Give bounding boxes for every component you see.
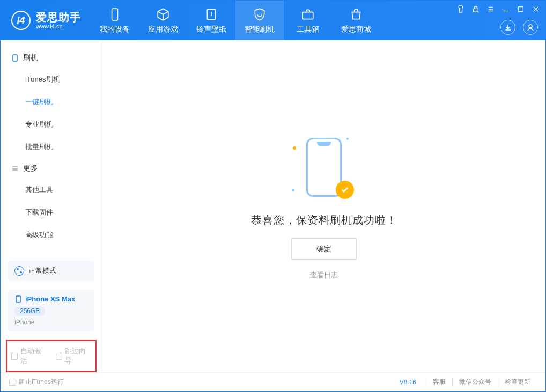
sidebar-item-pro-flash[interactable]: 专业刷机: [1, 113, 102, 136]
sidebar-item-download-firmware[interactable]: 下载固件: [1, 201, 102, 224]
svg-rect-7: [16, 296, 20, 302]
mode-box[interactable]: 正常模式: [8, 261, 94, 281]
sidebar: 刷机 iTunes刷机 一键刷机 专业刷机 批量刷机 更多 其他工具 下载固件 …: [1, 40, 102, 372]
normal-mode-icon: [14, 266, 24, 276]
main-content: 恭喜您，保资料刷机成功啦！ 确定 查看日志: [102, 40, 545, 372]
header-right-buttons: [500, 20, 538, 35]
download-button[interactable]: [500, 20, 515, 35]
phone-small-icon: [11, 54, 19, 62]
lock-icon[interactable]: [471, 5, 480, 13]
svg-point-5: [529, 25, 532, 28]
app-logo: i4 爱思助手 www.i4.cn: [1, 11, 91, 30]
tab-label: 应用游戏: [148, 25, 178, 34]
close-icon[interactable]: [532, 5, 540, 13]
svg-rect-0: [112, 9, 118, 20]
success-illustration: [292, 132, 356, 202]
sidebar-group-more: 更多: [1, 158, 102, 179]
footer: 阻止iTunes运行 V8.16 客服 微信公众号 检查更新: [1, 372, 545, 391]
app-body: 刷机 iTunes刷机 一键刷机 专业刷机 批量刷机 更多 其他工具 下载固件 …: [1, 40, 545, 372]
phone-icon: [107, 7, 122, 22]
briefcase-icon: [300, 7, 315, 22]
success-message: 恭喜您，保资料刷机成功啦！: [251, 213, 397, 227]
device-phone-icon: [14, 295, 22, 303]
music-note-icon: [204, 7, 219, 22]
minimize-icon[interactable]: [501, 5, 510, 13]
shield-refresh-icon: [252, 7, 267, 22]
sidebar-item-oneclick-flash[interactable]: 一键刷机: [1, 91, 102, 113]
checkbox-label: 阻止iTunes运行: [19, 378, 64, 387]
app-name: 爱思助手: [36, 11, 81, 23]
app-url: www.i4.cn: [36, 23, 81, 29]
cube-icon: [156, 7, 171, 22]
tab-ringtones-wallpapers[interactable]: 铃声壁纸: [187, 1, 235, 40]
svg-rect-2: [302, 12, 313, 19]
titlebar: i4 爱思助手 www.i4.cn 我的设备 应用游戏 铃声壁纸 智能刷机: [1, 1, 545, 40]
footer-link-update[interactable]: 检查更新: [498, 378, 537, 387]
logo-icon: i4: [11, 11, 31, 30]
maximize-icon[interactable]: [517, 5, 525, 13]
checkbox-block-itunes[interactable]: 阻止iTunes运行: [9, 378, 64, 387]
tab-toolbox[interactable]: 工具箱: [284, 1, 332, 40]
sidebar-item-advanced[interactable]: 高级功能: [1, 224, 102, 246]
sidebar-item-batch-flash[interactable]: 批量刷机: [1, 136, 102, 158]
checkmark-badge-icon: [336, 181, 354, 199]
svg-rect-4: [519, 7, 523, 12]
user-button[interactable]: [523, 20, 538, 35]
sidebar-item-itunes-flash[interactable]: iTunes刷机: [1, 68, 102, 91]
sidebar-item-other-tools[interactable]: 其他工具: [1, 179, 102, 201]
highlighted-options: 自动激活 跳过向导: [6, 340, 97, 372]
tab-apps-games[interactable]: 应用游戏: [139, 1, 187, 40]
tab-label: 工具箱: [297, 25, 319, 34]
tab-store[interactable]: 爱思商城: [332, 1, 380, 40]
window-controls: [456, 5, 540, 13]
checkbox-icon: [11, 353, 18, 360]
checkbox-auto-activate[interactable]: 自动激活: [11, 346, 47, 366]
device-box[interactable]: iPhone XS Max 256GB iPhone: [8, 290, 94, 331]
sidebar-group-flash: 刷机: [1, 48, 102, 68]
svg-rect-6: [13, 55, 17, 61]
tab-my-device[interactable]: 我的设备: [91, 1, 139, 40]
footer-link-support[interactable]: 客服: [426, 378, 452, 387]
mode-label: 正常模式: [28, 266, 56, 276]
version-label: V8.16: [400, 379, 416, 386]
checkbox-icon: [56, 353, 62, 360]
device-capacity: 256GB: [14, 306, 45, 316]
footer-link-wechat[interactable]: 微信公众号: [452, 378, 498, 387]
bag-icon: [349, 7, 364, 22]
tab-label: 智能刷机: [245, 25, 275, 34]
device-name: iPhone XS Max: [25, 295, 75, 303]
tab-smart-flash[interactable]: 智能刷机: [235, 1, 284, 40]
sidebar-group-label: 刷机: [23, 53, 38, 63]
tshirt-icon[interactable]: [456, 5, 465, 13]
main-tabs: 我的设备 应用游戏 铃声壁纸 智能刷机 工具箱 爱思商城: [91, 1, 380, 40]
svg-rect-3: [474, 9, 478, 12]
sidebar-group-label: 更多: [23, 164, 38, 173]
hamburger-icon: [11, 165, 19, 172]
tab-label: 铃声壁纸: [196, 25, 226, 34]
menu-icon[interactable]: [486, 5, 495, 13]
tab-label: 爱思商城: [341, 25, 371, 34]
tab-label: 我的设备: [100, 25, 130, 34]
ok-button[interactable]: 确定: [291, 238, 357, 260]
checkbox-label: 自动激活: [20, 346, 47, 366]
checkbox-label: 跳过向导: [65, 346, 91, 366]
app-window: i4 爱思助手 www.i4.cn 我的设备 应用游戏 铃声壁纸 智能刷机: [0, 0, 546, 392]
checkbox-icon: [9, 379, 16, 386]
view-log-link[interactable]: 查看日志: [310, 270, 338, 280]
checkbox-skip-guide[interactable]: 跳过向导: [56, 346, 92, 366]
device-type: iPhone: [14, 319, 88, 326]
